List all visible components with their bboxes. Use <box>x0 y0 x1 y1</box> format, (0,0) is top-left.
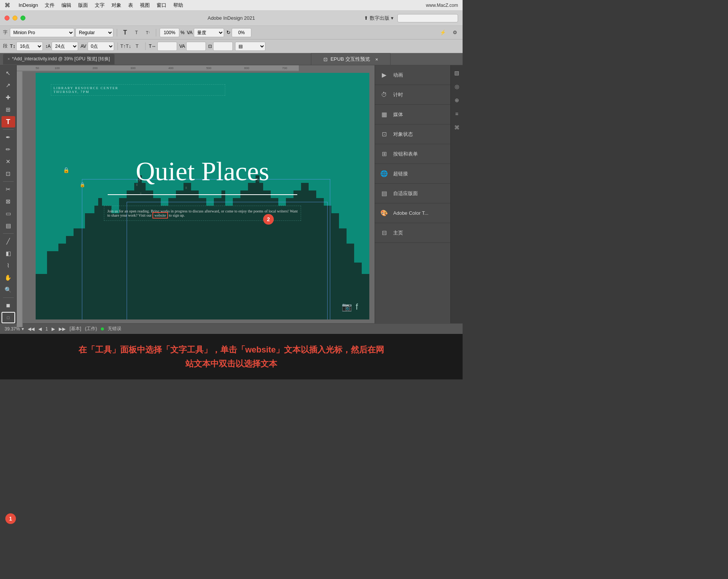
menu-type[interactable]: 文字 <box>95 2 105 9</box>
fill-color-button[interactable]: ■ <box>2 300 15 311</box>
document-tab[interactable]: × *Add_interactivity.indd @ 39% [GPU 预览]… <box>3 54 115 65</box>
adobe-color-panel-item[interactable]: 🎨 Adobe Color T... <box>375 203 450 223</box>
font-select[interactable]: Minion Pro <box>10 28 74 37</box>
leading-icon: ↕A <box>45 44 50 49</box>
apple-menu[interactable]: ⌘ <box>5 2 10 9</box>
nav-fwd-icon[interactable]: ▶ <box>52 326 55 332</box>
menu-object[interactable]: 对象 <box>111 2 121 9</box>
leading-select[interactable]: 24点 <box>52 42 78 51</box>
panel-toggle-4[interactable]: ≡ <box>452 109 461 118</box>
panel-toggle-1[interactable]: ▧ <box>452 68 461 77</box>
object-states-panel-item[interactable]: ⊡ 对象状态 <box>375 124 450 144</box>
export-button[interactable]: ⬆ 数字出版 ▾ <box>364 15 394 22</box>
nav-prev-icon[interactable]: ◀◀ <box>28 326 35 332</box>
rect-button[interactable]: ▭ <box>2 208 15 219</box>
svg-marker-11 <box>36 175 369 319</box>
header-line1: LIBRARY RESOURCE CENTER <box>53 86 223 90</box>
menu-file[interactable]: 文件 <box>45 2 55 9</box>
zoom-tool-button[interactable]: 🔍 <box>2 284 15 296</box>
tt-large-button[interactable]: T <box>121 28 130 37</box>
direct-selection-tool-button[interactable]: ↗ <box>2 80 15 91</box>
rect-frame-button[interactable]: ✕ <box>2 156 15 167</box>
liquid-layout-icon: ▤ <box>380 189 389 198</box>
va-select[interactable]: 量度 <box>194 28 224 37</box>
eyedropper-button[interactable]: ⌇ <box>2 260 15 271</box>
hand-tool-button[interactable]: ✋ <box>2 272 15 283</box>
svg-text:600: 600 <box>244 66 249 70</box>
tt2-button2[interactable]: T <box>133 42 142 51</box>
minimize-window-button[interactable] <box>13 16 17 20</box>
hyperlinks-panel-item[interactable]: 🌐 超链接 <box>375 164 450 184</box>
tab-close-icon[interactable]: × <box>8 57 10 61</box>
nav-last-icon[interactable]: ▶▶ <box>59 326 66 332</box>
menu-window[interactable]: 窗口 <box>157 2 166 9</box>
pen-tool-button[interactable]: ✒ <box>2 132 15 143</box>
instagram-icon[interactable]: 📷 <box>342 302 352 312</box>
fontsize-select[interactable]: 16点 <box>16 42 43 51</box>
menu-layout[interactable]: 版面 <box>78 2 88 9</box>
maximize-window-button[interactable] <box>20 16 25 20</box>
va-group: VA 量度 <box>187 28 224 37</box>
transform-button[interactable]: ⊡ <box>2 168 15 179</box>
media-panel-item[interactable]: ▦ 媒体 <box>375 105 450 124</box>
poster-title[interactable]: Quiet Places <box>60 156 345 187</box>
website-link-text[interactable]: website <box>152 212 168 219</box>
search-input[interactable] <box>397 14 458 22</box>
titlebar: Adobe InDesign 2021 ⬆ 数字出版 ▾ <box>0 11 463 26</box>
align-select[interactable]: ▤ <box>235 42 265 51</box>
font-style-select[interactable]: Regular <box>75 28 113 37</box>
close-window-button[interactable] <box>5 16 9 20</box>
va2-input[interactable]: 0 <box>186 42 206 51</box>
menu-indesign[interactable]: InDesign <box>19 2 38 8</box>
font-size-input[interactable] <box>160 28 179 37</box>
gradient-button[interactable]: ◧ <box>2 248 15 259</box>
menu-table[interactable]: 表 <box>128 2 133 9</box>
kerning-input[interactable] <box>232 28 251 37</box>
frame-tool-button[interactable]: ⊞ <box>2 104 15 115</box>
canvas-header-text[interactable]: LIBRARY RESOURCE CENTER THURSDAY, 7PM <box>51 84 225 96</box>
stroke-color-button[interactable]: □ <box>2 312 15 323</box>
pages-panel-item[interactable]: ⊟ 主页 <box>375 223 450 243</box>
menu-view[interactable]: 视图 <box>140 2 150 9</box>
panel-toggle-5[interactable]: ⌘ <box>452 123 461 132</box>
instruction-bar: 在「工具」面板中选择「文字工具」，单击「website」文本以插入光标，然后在网… <box>0 334 463 379</box>
canvas-divider <box>108 194 297 195</box>
instruction-text-line1: 在「工具」面板中选择「文字工具」，单击「website」文本以插入光标，然后在网 <box>78 343 384 356</box>
buttons-forms-panel-item[interactable]: ⊞ 按钮和表单 <box>375 144 450 164</box>
export-chevron-icon: ▾ <box>391 15 394 21</box>
menu-edit[interactable]: 编辑 <box>61 2 71 9</box>
toolbar-sep3 <box>118 42 118 50</box>
panel-toggle-2[interactable]: ◎ <box>452 82 461 91</box>
width2-input[interactable]: 0 <box>213 42 233 51</box>
page-number[interactable]: 1 <box>46 326 48 332</box>
nav-back-icon[interactable]: ◀ <box>38 326 42 332</box>
settings-icon[interactable]: ⚙ <box>450 28 460 37</box>
liquid-layout-panel-item[interactable]: ▤ 自适应版面 <box>375 184 450 203</box>
export-label: 数字出版 <box>370 15 389 22</box>
tt2-button1[interactable]: T↑T↓ <box>121 42 130 51</box>
crop-button[interactable]: ⊠ <box>2 196 15 207</box>
pencil-tool-button[interactable]: ✏ <box>2 144 15 155</box>
scale2-input[interactable]: 100% <box>157 42 177 51</box>
ruler-vertical <box>17 71 23 327</box>
selection-tool-button[interactable]: ↖ <box>2 68 15 79</box>
line-button[interactable]: ╱ <box>2 236 15 247</box>
lock-icon2: 🔒 <box>80 182 85 187</box>
type-tool-button[interactable]: T <box>2 116 15 127</box>
column-button[interactable]: ▤ <box>2 220 15 231</box>
panel-toggle-3[interactable]: ⊕ <box>452 96 461 105</box>
timing-panel-item[interactable]: ⏱ 计时 <box>375 85 450 105</box>
epub-preview-panel[interactable]: ⊡ EPUB 交互性预览 × <box>311 53 391 65</box>
scissors-button[interactable]: ✂ <box>2 184 15 195</box>
va2-group: VA 0 <box>179 42 206 51</box>
hyperlinks-icon: 🌐 <box>380 169 389 178</box>
animation-panel-item[interactable]: ▶ 动画 <box>375 65 450 85</box>
lightning-icon[interactable]: ⚡ <box>438 28 447 37</box>
kern2-select[interactable]: 0点 <box>88 42 114 51</box>
facebook-icon[interactable]: f <box>356 302 358 312</box>
tt-super-button[interactable]: T↑ <box>143 28 152 37</box>
group-selection-button[interactable]: ✚ <box>2 92 15 103</box>
epub-close-icon[interactable]: × <box>375 57 378 62</box>
tt-small-button[interactable]: T <box>132 28 141 37</box>
menu-help[interactable]: 帮助 <box>173 2 183 9</box>
